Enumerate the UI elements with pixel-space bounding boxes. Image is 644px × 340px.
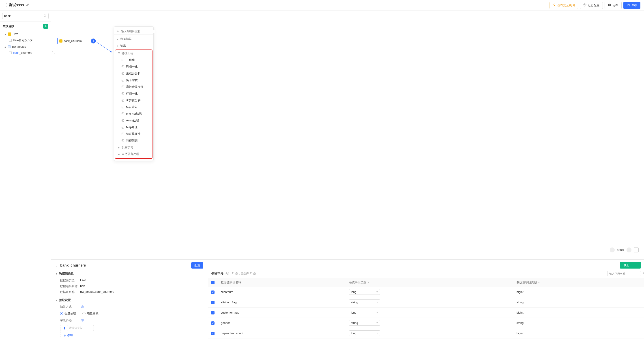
select-all-checkbox[interactable]: ✓ [211, 281, 214, 284]
section-datasource-info[interactable]: ▼ 数据源信息 [56, 272, 203, 276]
popover-item-label: 二值化 [126, 58, 135, 62]
radio-incr-extract[interactable]: 增量抽取 [82, 312, 98, 316]
popover-group-nlp[interactable]: ▶ 自然语言处理 [115, 151, 152, 158]
tree-node-hive-sql[interactable]: Hive自定义SQL [2, 37, 49, 44]
config-button[interactable]: 配置 [191, 262, 203, 268]
zoom-in-button[interactable]: + [626, 248, 632, 252]
systype-select[interactable]: long▼ [349, 310, 380, 315]
tree-node-table[interactable]: bank_churners [2, 50, 49, 56]
popover-item[interactable]: 特征筛选 [115, 137, 152, 144]
popover-item[interactable]: 列归一化 [115, 64, 152, 70]
panel-resize-handle[interactable]: • • • • • • [51, 256, 644, 259]
popover-item-label: 笛卡尔积 [126, 78, 138, 82]
sql-icon [9, 39, 12, 42]
systype-select[interactable]: string▼ [349, 320, 380, 326]
row-checkbox[interactable]: ✓ [211, 301, 214, 304]
tree-node-db[interactable]: ◢ dw_aeolus [2, 44, 49, 50]
zoom-out-button[interactable]: − [610, 248, 615, 252]
execute-button[interactable]: 执行 ⌄ [620, 262, 641, 268]
canvas-help-button[interactable]: 画布交互说明 [550, 2, 578, 9]
chevron-down-icon: ▼ [56, 299, 58, 302]
srctype-cell: bigint [514, 328, 644, 338]
svg-line-4 [96, 42, 112, 52]
popover-item[interactable]: 行归一化 [115, 90, 152, 97]
tree-table-prefix: bank [13, 51, 19, 54]
systype-select[interactable]: long▼ [349, 289, 380, 295]
popover-group-output[interactable]: ▶ 输出 [114, 42, 154, 49]
row-checkbox[interactable]: ✓ [211, 332, 214, 335]
sidebar-collapse-handle[interactable]: ‹ [51, 48, 55, 54]
info-icon[interactable]: ⓘ [81, 305, 84, 309]
popover-item-label: 特征筛选 [126, 139, 138, 143]
popover-group-ml-label: 机器学习 [122, 145, 133, 150]
popover-item-label: 特征哈希 [126, 105, 138, 109]
sidebar-search-input[interactable] [4, 14, 44, 18]
popover-group-ml[interactable]: ▶ 机器学习 [115, 144, 152, 151]
section-extract[interactable]: ▼ 抽取设置 [56, 298, 203, 302]
popover-search-input[interactable] [121, 30, 155, 33]
filter-icon[interactable]: ▾ [368, 281, 369, 284]
filter-icon[interactable]: ▾ [538, 281, 540, 284]
add-datasource-button[interactable]: ＋ [43, 24, 48, 29]
save-as-button[interactable]: 另存 [604, 2, 622, 9]
popover-item[interactable]: Array处理 [115, 117, 152, 124]
table-icon [9, 52, 12, 54]
popover-search[interactable] [114, 28, 154, 35]
svg-point-3 [44, 14, 46, 16]
popover-item[interactable]: 笛卡尔积 [115, 77, 152, 84]
popover-item[interactable]: Map处理 [115, 124, 152, 130]
radio-full-label: 全量抽取 [64, 312, 76, 316]
sidebar-search[interactable] [2, 13, 48, 19]
popover-item[interactable]: 奇异值分解 [115, 97, 152, 104]
canvas-node-bank-churners[interactable]: bank_churners [57, 38, 91, 44]
node-add-button[interactable]: + [91, 38, 96, 44]
radio-full-extract[interactable]: 全量抽取 [60, 312, 76, 316]
row-checkbox[interactable]: ✓ [211, 322, 214, 325]
popover-item[interactable]: 离散余弦变换 [115, 84, 152, 90]
edit-title-icon[interactable] [26, 3, 29, 7]
row-checkbox[interactable]: ✓ [211, 290, 214, 294]
popover-group-cleaning[interactable]: ▶ 数据清洗 [114, 36, 154, 42]
canvas[interactable]: ‹ bank_churners + ▶ [51, 11, 644, 256]
svg-point-5 [117, 30, 119, 32]
drag-handle-icon[interactable]: ▮ [64, 326, 65, 330]
chevron-down-icon: ▼ [376, 332, 378, 334]
field-filter-select[interactable]: 请选择字段 [67, 325, 94, 331]
operator-popover: ▶ 数据清洗 ▶ 输出 ▶ 特征工程 二值化列归一化主成分分析笛卡尔积离散余弦变… [114, 26, 154, 161]
database-icon [8, 46, 11, 48]
run-config-button[interactable]: 运行配置 [580, 2, 603, 9]
detail-title: bank_churners [60, 264, 189, 268]
fields-table: ✓ 数据源字段名称 系统字段类型▾ 数据源字段类型▾ ✓clientnumlon… [208, 278, 644, 340]
add-filter-button[interactable]: ⊕ 添加 [64, 333, 203, 337]
row-checkbox[interactable]: ✓ [211, 311, 214, 314]
systype-select[interactable]: string▼ [349, 300, 380, 305]
popover-item[interactable]: 二值化 [115, 57, 152, 64]
page-title: 测试ssss [9, 3, 24, 8]
save-button[interactable]: 保存 [624, 2, 640, 9]
zoom-fit-button[interactable] [634, 248, 639, 252]
back-icon[interactable]: 〈 [4, 3, 7, 8]
popover-item[interactable]: 特征哈希 [115, 104, 152, 110]
svg-point-0 [584, 4, 585, 6]
chevron-right-icon: ▶ [118, 153, 120, 156]
popover-item[interactable]: one-hot编码 [115, 110, 152, 117]
systype-select[interactable]: long▼ [349, 330, 380, 336]
fields-search[interactable] [607, 271, 641, 276]
section-extract-label: 抽取设置 [59, 298, 71, 302]
srctype-cell: bigint [514, 287, 644, 297]
popover-group-nlp-label: 自然语言处理 [122, 152, 139, 156]
execute-dropdown-icon[interactable]: ⌄ [634, 262, 641, 268]
fields-search-input[interactable] [609, 272, 643, 275]
operator-icon [122, 66, 124, 68]
tree-node-hive[interactable]: ◢ Hive [2, 31, 49, 37]
popover-item[interactable]: 主成分分析 [115, 70, 152, 77]
chevron-down-icon: ▼ [376, 322, 378, 324]
popover-item-label: one-hot编码 [126, 112, 142, 116]
collapse-detail-icon[interactable]: ⌄ [56, 264, 58, 267]
popover-item[interactable]: 特征重要性 [115, 130, 152, 137]
info-icon[interactable]: ⓘ [81, 318, 84, 322]
popover-group-feature[interactable]: ▶ 特征工程 [115, 50, 152, 57]
table-row: ✓genderstring▼string [208, 318, 644, 328]
canvas-node-label: bank_churners [64, 40, 82, 42]
lightbulb-icon [553, 3, 556, 7]
